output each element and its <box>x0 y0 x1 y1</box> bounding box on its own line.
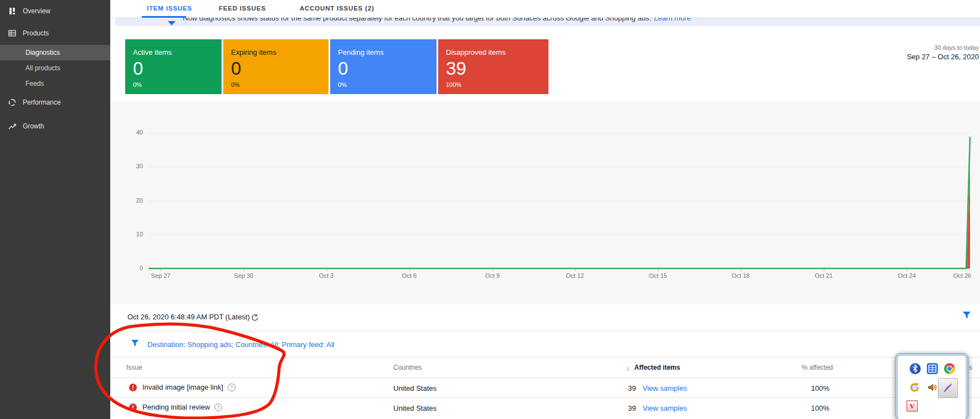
column-header-countries[interactable]: Countries <box>393 364 422 371</box>
clipped-column-header: s <box>969 364 972 371</box>
merchant-center-diagnostics-screen: Overview Products Diagnostics All produc… <box>0 0 980 419</box>
y-tick-label: 10 <box>116 231 143 237</box>
antivirus-v-icon[interactable]: V <box>906 400 918 412</box>
divider <box>110 357 980 358</box>
card-percent: 0% <box>133 81 142 88</box>
filter-funnel-icon[interactable] <box>131 340 139 347</box>
divider <box>110 397 980 398</box>
sidebar-item-all-products[interactable]: All products <box>0 60 110 76</box>
learn-more-link[interactable]: Learn more <box>654 18 690 22</box>
divider <box>110 377 980 378</box>
error-icon: ! <box>129 384 137 391</box>
table-row-issue: Invalid image [image link] ? <box>142 383 235 391</box>
card-value: 0 <box>133 58 143 79</box>
products-list-icon <box>8 29 17 38</box>
column-header-percent-affected[interactable]: % affected <box>802 364 833 371</box>
performance-icon <box>8 98 17 107</box>
sidebar-item-feeds[interactable]: Feeds <box>0 76 110 91</box>
info-banner: Now diagnostics shows status for the sam… <box>115 18 980 26</box>
pen-icon[interactable] <box>942 382 953 394</box>
x-tick-label: Oct 24 <box>898 272 916 279</box>
y-tick-label: 30 <box>116 163 143 169</box>
expiring-items-card[interactable]: Expiring items 0 0% <box>223 39 329 94</box>
pending-items-card[interactable]: Pending items 0 0% <box>330 39 437 94</box>
sidebar-item-diagnostics[interactable]: Diagnostics <box>0 45 110 60</box>
chrome-icon[interactable] <box>944 363 955 374</box>
dashboard-icon <box>8 7 17 15</box>
x-tick-label: Oct 26 <box>953 272 971 279</box>
sidebar-item-label: Overview <box>23 7 50 15</box>
volume-icon[interactable] <box>927 382 938 393</box>
sidebar-item-products[interactable]: Products <box>0 23 110 43</box>
x-tick-label: Oct 6 <box>402 272 417 279</box>
x-tick-label: Sep 27 <box>151 272 171 279</box>
refresh-icon[interactable] <box>250 313 259 322</box>
sidebar-item-label: Feeds <box>25 80 44 87</box>
last-updated-timestamp: Oct 26, 2020 6:48:49 AM PDT (Latest) <box>127 313 250 321</box>
help-icon[interactable]: ? <box>214 404 222 411</box>
sidebar-item-growth[interactable]: Growth <box>0 116 110 136</box>
issue-text: Invalid image [image link] <box>142 383 223 391</box>
sidebar-item-label: Diagnostics <box>25 49 60 56</box>
help-icon[interactable]: ? <box>228 384 235 391</box>
chart-series-plot <box>148 130 971 270</box>
card-value: 0 <box>338 58 348 79</box>
y-tick-label: 40 <box>116 129 143 136</box>
sort-descending-icon[interactable]: ↓ <box>626 364 630 372</box>
countries-cell: United States <box>393 384 437 392</box>
card-label: Pending items <box>338 48 383 56</box>
percent-affected-cell: 100% <box>811 404 829 412</box>
card-label: Active items <box>133 48 172 56</box>
filter-icon[interactable] <box>962 312 971 319</box>
tab-feed-issues[interactable]: FEED ISSUES <box>219 5 266 12</box>
card-percent: 0% <box>231 81 240 88</box>
affected-items-cell: 39 <box>609 404 636 412</box>
countries-cell: United States <box>393 404 437 412</box>
ime-grid-icon[interactable] <box>927 363 938 374</box>
x-tick-label: Oct 15 <box>649 272 667 279</box>
x-tick-label: Oct 12 <box>566 272 584 279</box>
card-label: Expiring items <box>231 48 276 56</box>
items-trend-line <box>148 137 970 268</box>
x-tick-label: Sep 30 <box>234 272 254 279</box>
system-tray-popup: V <box>895 353 968 419</box>
active-items-card[interactable]: Active items 0 0% <box>125 39 222 94</box>
sidebar-item-label: Growth <box>23 122 44 130</box>
issue-text: Pending initial review <box>142 403 210 411</box>
filter-summary[interactable]: Destination: Shopping ads; Countries: Al… <box>147 340 334 349</box>
x-tick-label: Oct 18 <box>732 272 750 279</box>
card-percent: 0% <box>338 81 347 88</box>
sidebar-item-overview[interactable]: Overview <box>0 1 110 21</box>
sidebar-item-label: Products <box>23 29 49 37</box>
sidebar-item-performance[interactable]: Performance <box>0 92 110 112</box>
x-tick-label: Oct 9 <box>485 272 500 279</box>
banner-info-icon <box>168 21 176 25</box>
sidebar-item-label: All products <box>25 64 60 72</box>
card-value: 0 <box>231 58 241 79</box>
y-tick-label: 20 <box>116 197 143 204</box>
error-icon: ! <box>129 404 137 411</box>
date-range-value[interactable]: Sep 27 – Oct 26, 2020 <box>907 53 979 61</box>
banner-message: Now diagnostics shows status for the sam… <box>183 18 691 22</box>
x-tick-label: Oct 3 <box>319 272 333 279</box>
disapproved-items-card[interactable]: Disapproved items 39 100% <box>438 39 548 94</box>
windows-update-icon[interactable] <box>909 382 920 393</box>
affected-items-cell: 39 <box>609 384 636 392</box>
date-range-label: 30 days to today <box>934 44 979 51</box>
column-header-affected-items[interactable]: Affected items <box>634 364 680 371</box>
view-samples-link[interactable]: View samples <box>643 384 687 392</box>
y-tick-label: 0 <box>116 265 143 271</box>
table-row-issue: Pending initial review ? <box>142 403 222 411</box>
tab-account-issues[interactable]: ACCOUNT ISSUES (2) <box>300 5 374 12</box>
column-header-issue[interactable]: Issue <box>126 364 142 371</box>
divider <box>110 331 980 332</box>
card-percent: 100% <box>446 81 461 88</box>
tab-item-issues[interactable]: ITEM ISSUES <box>147 5 192 12</box>
percent-affected-cell: 100% <box>811 384 829 392</box>
view-samples-link[interactable]: View samples <box>643 404 687 412</box>
card-label: Disapproved items <box>446 48 506 56</box>
bluetooth-icon[interactable] <box>910 363 921 374</box>
x-tick-label: Oct 21 <box>815 272 833 279</box>
sidebar-item-label: Performance <box>23 99 61 106</box>
sidebar: Overview Products Diagnostics All produc… <box>0 0 110 419</box>
